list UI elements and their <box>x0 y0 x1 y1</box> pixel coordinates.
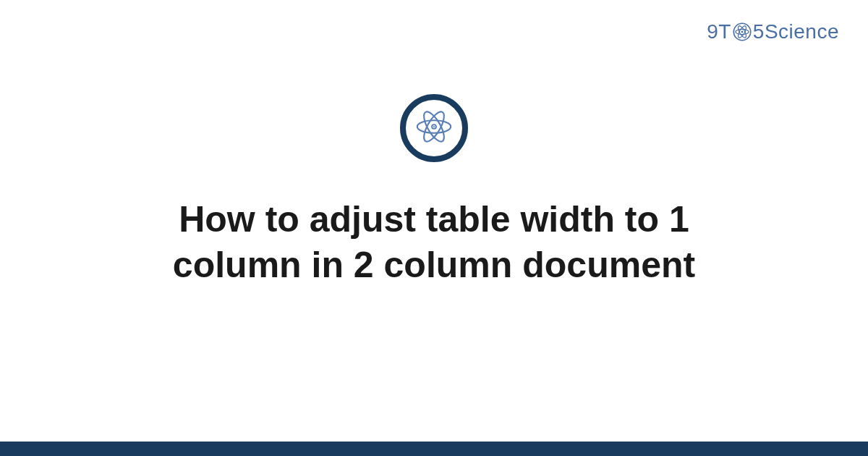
atom-icon <box>413 106 455 151</box>
brand-text-5science: 5Science <box>753 20 839 43</box>
brand-logo: 9T 5Science <box>707 20 839 43</box>
main-content: How to adjust table width to 1 column in… <box>0 94 868 287</box>
page-title: How to adjust table width to 1 column in… <box>109 197 760 287</box>
brand-text-9t: 9T <box>707 20 731 43</box>
atom-badge <box>400 94 468 162</box>
svg-point-9 <box>433 126 435 127</box>
svg-point-4 <box>741 31 743 33</box>
atom-icon <box>732 22 752 42</box>
footer-bar <box>0 442 868 456</box>
